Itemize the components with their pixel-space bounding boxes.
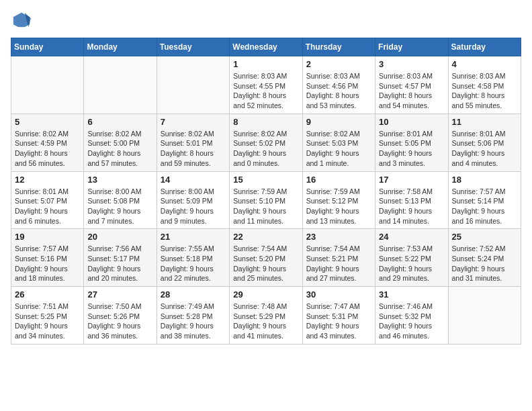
day-cell: 8Sunrise: 8:02 AM Sunset: 5:02 PM Daylig… [230,113,302,171]
day-cell: 15Sunrise: 7:59 AM Sunset: 5:10 PM Dayli… [230,171,302,229]
day-info: Sunrise: 7:52 AM Sunset: 5:24 PM Dayligh… [452,244,517,283]
calendar-body: 1Sunrise: 8:03 AM Sunset: 4:55 PM Daylig… [11,56,521,345]
day-cell [11,56,84,114]
day-info: Sunrise: 7:48 AM Sunset: 5:29 PM Dayligh… [233,302,298,341]
day-header-thursday: Thursday [302,38,375,56]
day-number: 17 [379,175,444,185]
day-number: 14 [161,175,226,185]
day-number: 11 [452,117,517,127]
day-info: Sunrise: 8:02 AM Sunset: 5:02 PM Dayligh… [233,129,298,169]
day-info: Sunrise: 7:56 AM Sunset: 5:17 PM Dayligh… [87,244,152,283]
week-row-3: 19Sunrise: 7:57 AM Sunset: 5:16 PM Dayli… [11,229,521,287]
day-cell: 17Sunrise: 7:58 AM Sunset: 5:13 PM Dayli… [375,171,448,229]
day-info: Sunrise: 8:03 AM Sunset: 4:57 PM Dayligh… [379,71,444,111]
day-info: Sunrise: 7:47 AM Sunset: 5:31 PM Dayligh… [306,302,371,341]
day-cell: 1Sunrise: 8:03 AM Sunset: 4:55 PM Daylig… [230,56,302,114]
day-info: Sunrise: 7:59 AM Sunset: 5:10 PM Dayligh… [233,187,298,226]
day-cell: 2Sunrise: 8:03 AM Sunset: 4:56 PM Daylig… [302,56,375,114]
day-cell: 23Sunrise: 7:54 AM Sunset: 5:21 PM Dayli… [302,229,375,287]
day-info: Sunrise: 8:01 AM Sunset: 5:07 PM Dayligh… [15,187,80,226]
day-number: 6 [87,117,152,127]
day-info: Sunrise: 8:00 AM Sunset: 5:08 PM Dayligh… [87,187,152,226]
day-number: 5 [15,117,80,127]
day-number: 24 [379,232,444,242]
day-info: Sunrise: 7:51 AM Sunset: 5:25 PM Dayligh… [15,302,80,341]
day-number: 10 [379,117,444,127]
day-header-saturday: Saturday [448,38,521,56]
day-info: Sunrise: 7:50 AM Sunset: 5:26 PM Dayligh… [87,302,152,341]
day-number: 28 [161,289,226,300]
day-cell: 27Sunrise: 7:50 AM Sunset: 5:26 PM Dayli… [84,287,157,345]
day-number: 31 [379,289,444,300]
day-number: 19 [15,232,80,242]
day-cell: 3Sunrise: 8:03 AM Sunset: 4:57 PM Daylig… [375,56,448,114]
day-info: Sunrise: 7:49 AM Sunset: 5:28 PM Dayligh… [161,302,226,341]
day-number: 15 [233,175,298,185]
day-number: 29 [233,289,298,300]
day-info: Sunrise: 8:02 AM Sunset: 4:59 PM Dayligh… [15,129,80,169]
day-cell: 30Sunrise: 7:47 AM Sunset: 5:31 PM Dayli… [302,287,375,345]
day-info: Sunrise: 8:01 AM Sunset: 5:05 PM Dayligh… [379,129,444,169]
day-cell [84,56,157,114]
day-info: Sunrise: 7:57 AM Sunset: 5:16 PM Dayligh… [15,244,80,283]
day-number: 16 [306,175,371,185]
day-header-tuesday: Tuesday [157,38,229,56]
day-number: 25 [452,232,517,242]
day-info: Sunrise: 7:59 AM Sunset: 5:12 PM Dayligh… [306,187,371,226]
day-cell: 16Sunrise: 7:59 AM Sunset: 5:12 PM Dayli… [302,171,375,229]
day-header-monday: Monday [84,38,157,56]
day-cell: 25Sunrise: 7:52 AM Sunset: 5:24 PM Dayli… [448,229,521,287]
page-header [11,11,521,30]
day-header-friday: Friday [375,38,448,56]
calendar-header: SundayMondayTuesdayWednesdayThursdayFrid… [11,38,521,56]
week-row-2: 12Sunrise: 8:01 AM Sunset: 5:07 PM Dayli… [11,171,521,229]
day-info: Sunrise: 8:03 AM Sunset: 4:58 PM Dayligh… [452,71,517,111]
day-cell: 21Sunrise: 7:55 AM Sunset: 5:18 PM Dayli… [157,229,229,287]
day-info: Sunrise: 7:54 AM Sunset: 5:20 PM Dayligh… [233,244,298,283]
day-cell: 12Sunrise: 8:01 AM Sunset: 5:07 PM Dayli… [11,171,84,229]
day-number: 23 [306,232,371,242]
day-info: Sunrise: 8:02 AM Sunset: 5:00 PM Dayligh… [87,129,152,169]
day-cell: 13Sunrise: 8:00 AM Sunset: 5:08 PM Dayli… [84,171,157,229]
day-info: Sunrise: 7:55 AM Sunset: 5:18 PM Dayligh… [161,244,226,283]
day-cell: 31Sunrise: 7:46 AM Sunset: 5:32 PM Dayli… [375,287,448,345]
logo [11,11,31,30]
day-cell: 28Sunrise: 7:49 AM Sunset: 5:28 PM Dayli… [157,287,229,345]
day-number: 1 [233,59,298,69]
day-number: 9 [306,117,371,127]
day-header-sunday: Sunday [11,38,84,56]
day-cell: 26Sunrise: 7:51 AM Sunset: 5:25 PM Dayli… [11,287,84,345]
week-row-0: 1Sunrise: 8:03 AM Sunset: 4:55 PM Daylig… [11,56,521,114]
day-cell: 7Sunrise: 8:02 AM Sunset: 5:01 PM Daylig… [157,113,229,171]
day-info: Sunrise: 7:58 AM Sunset: 5:13 PM Dayligh… [379,187,444,226]
day-cell: 22Sunrise: 7:54 AM Sunset: 5:20 PM Dayli… [230,229,302,287]
day-info: Sunrise: 7:53 AM Sunset: 5:22 PM Dayligh… [379,244,444,283]
day-number: 27 [87,289,152,300]
day-number: 2 [306,59,371,69]
day-cell: 6Sunrise: 8:02 AM Sunset: 5:00 PM Daylig… [84,113,157,171]
day-cell: 10Sunrise: 8:01 AM Sunset: 5:05 PM Dayli… [375,113,448,171]
day-info: Sunrise: 7:54 AM Sunset: 5:21 PM Dayligh… [306,244,371,283]
day-header-wednesday: Wednesday [230,38,302,56]
day-number: 13 [87,175,152,185]
day-number: 26 [15,289,80,300]
day-number: 12 [15,175,80,185]
day-number: 22 [233,232,298,242]
logo-icon [12,11,31,30]
day-cell: 19Sunrise: 7:57 AM Sunset: 5:16 PM Dayli… [11,229,84,287]
day-number: 8 [233,117,298,127]
day-number: 7 [161,117,226,127]
day-info: Sunrise: 7:46 AM Sunset: 5:32 PM Dayligh… [379,302,444,341]
day-cell: 18Sunrise: 7:57 AM Sunset: 5:14 PM Dayli… [448,171,521,229]
day-cell: 11Sunrise: 8:01 AM Sunset: 5:06 PM Dayli… [448,113,521,171]
day-cell: 5Sunrise: 8:02 AM Sunset: 4:59 PM Daylig… [11,113,84,171]
day-cell: 14Sunrise: 8:00 AM Sunset: 5:09 PM Dayli… [157,171,229,229]
day-info: Sunrise: 8:03 AM Sunset: 4:56 PM Dayligh… [306,71,371,111]
day-cell: 9Sunrise: 8:02 AM Sunset: 5:03 PM Daylig… [302,113,375,171]
day-info: Sunrise: 8:02 AM Sunset: 5:03 PM Dayligh… [306,129,371,169]
day-info: Sunrise: 8:03 AM Sunset: 4:55 PM Dayligh… [233,71,298,111]
calendar-table: SundayMondayTuesdayWednesdayThursdayFrid… [11,38,521,345]
week-row-1: 5Sunrise: 8:02 AM Sunset: 4:59 PM Daylig… [11,113,521,171]
day-number: 20 [87,232,152,242]
day-cell [448,287,521,345]
